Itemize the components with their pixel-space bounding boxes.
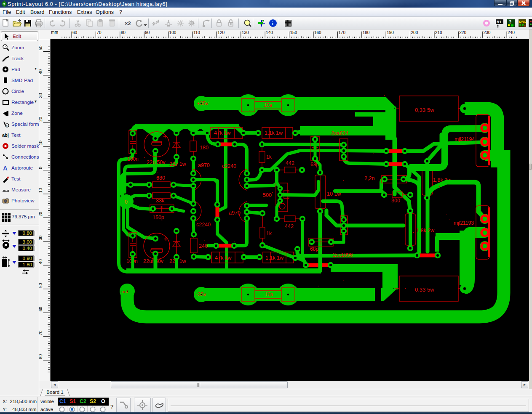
svg-text:60: 60 [39,307,43,312]
svg-text:210: 210 [435,30,442,35]
svg-text:240: 240 [508,30,515,35]
svg-text:?: ? [509,20,511,24]
svg-text:220: 220 [459,30,466,35]
svg-text:60: 60 [72,30,78,35]
svg-text:1k: 1k [266,154,272,160]
svg-text:22v 1w: 22v 1w [169,161,187,167]
svg-text:180: 180 [363,30,370,35]
svg-text:680: 680 [156,175,165,181]
svg-text:33k: 33k [156,198,165,204]
svg-text:mjl21194: mjl21194 [454,136,475,142]
svg-text:+35v: +35v [197,101,209,106]
svg-text:180: 180 [200,145,209,151]
svg-text:2sa634: 2sa634 [331,130,348,136]
svg-text:170: 170 [338,30,345,35]
svg-text:130: 130 [242,30,249,35]
svg-text:70: 70 [96,30,102,35]
svg-text:mm: mm [51,30,58,34]
svg-text:80: 80 [121,30,126,35]
svg-text:100: 100 [169,30,176,35]
svg-text:0,33 5w: 0,33 5w [415,287,434,293]
svg-text:110: 110 [193,30,200,35]
svg-text:0,33 5w: 0,33 5w [415,107,434,113]
svg-text:10a: 10a [265,292,273,297]
svg-text:a970: a970 [198,162,210,168]
svg-text:1,8k 2w: 1,8k 2w [416,228,435,234]
svg-text:47k 1w: 47k 1w [215,255,232,261]
svg-text:e: e [6,125,8,127]
svg-text:68p: 68p [310,246,318,252]
svg-text:500: 500 [263,192,272,198]
svg-text:150: 150 [290,30,297,35]
svg-text:90: 90 [145,30,150,35]
svg-text:10a: 10a [264,102,272,108]
svg-text:mjl21193: mjl21193 [454,220,474,226]
svg-text:0: 0 [39,167,43,169]
svg-text:30: 30 [39,93,43,98]
svg-text:i: i [272,20,274,27]
svg-text:22uf 50v: 22uf 50v [143,258,164,264]
svg-text:100n: 100n [127,156,139,162]
svg-text:10: 10 [39,188,43,193]
svg-text:300: 300 [391,198,400,204]
svg-text:140: 140 [266,30,273,35]
svg-text:50: 50 [39,283,43,288]
svg-text:40: 40 [39,69,43,74]
svg-text:160: 160 [314,30,321,35]
svg-text:0: 0 [125,199,128,205]
svg-text:x: x [524,24,526,27]
svg-text:150p: 150p [152,215,164,220]
svg-text:120: 120 [217,30,225,35]
svg-text:c2240: c2240 [222,163,236,169]
svg-text:40: 40 [39,259,43,264]
svg-text:50: 50 [39,45,43,50]
svg-text:A: A [3,165,8,172]
svg-text:442: 442 [286,160,294,166]
svg-text:30: 30 [39,235,43,240]
svg-text:×2: ×2 [125,20,131,27]
svg-text:20: 20 [39,212,43,217]
svg-text:20: 20 [39,117,43,122]
svg-text:1,1k 1w: 1,1k 1w [265,130,283,136]
svg-text:DRC: DRC [519,20,527,24]
svg-text:2sc1096: 2sc1096 [333,252,353,258]
svg-text:R1: R1 [497,20,502,24]
svg-text:230: 230 [484,30,491,35]
svg-text:200: 200 [411,30,418,35]
svg-text:442: 442 [285,223,294,229]
svg-text:ab|: ab| [2,133,9,138]
svg-text:c2240: c2240 [196,222,211,228]
svg-text:2,2n: 2,2n [364,175,374,181]
svg-text:240: 240 [199,243,208,249]
svg-text:47k 1w: 47k 1w [214,130,231,136]
svg-text:70: 70 [39,330,43,335]
svg-text:80: 80 [39,354,43,359]
svg-text:a970: a970 [229,210,241,216]
svg-text:190: 190 [387,30,394,35]
svg-text:1k: 1k [266,231,272,236]
svg-text:22u 50v: 22u 50v [147,159,166,165]
svg-text:10: 10 [39,141,43,146]
svg-text:1,1k 1w: 1,1k 1w [265,255,284,261]
